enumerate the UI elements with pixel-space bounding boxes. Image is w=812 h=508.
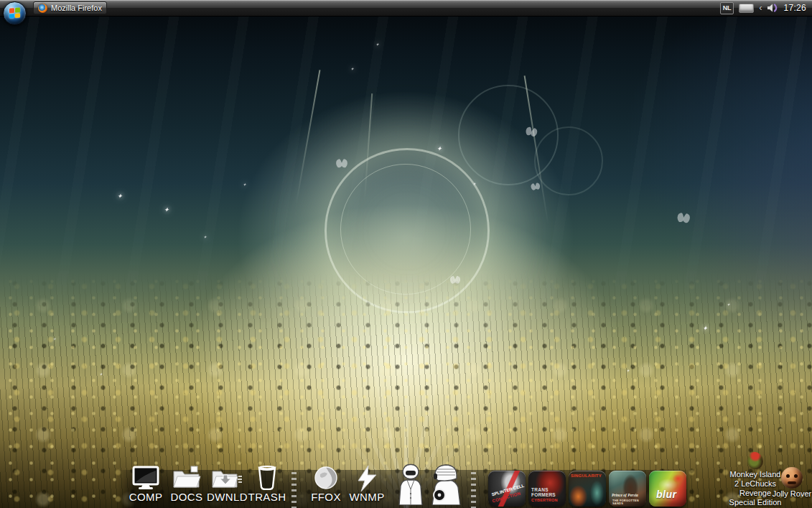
game-shortcut-transformers-cybertron[interactable]: TRANS FORMERS CYBERTRON [528,471,566,507]
butterfly-icon [531,183,541,191]
flag-blue-pane [9,14,14,19]
volume-icon[interactable] [767,3,778,13]
game-shortcut-blur[interactable]: blur [649,471,686,507]
dock-item-label: DWNLD [207,491,248,503]
taskbar-button-firefox[interactable]: Mozilla Firefox [33,1,107,14]
dock-item-label: FFOX [311,491,341,503]
dock-item-ffox[interactable]: FFOX [306,466,346,504]
windows-orb-icon [9,7,20,18]
winamp-lightning-icon [347,466,387,490]
taskbar-button-label: Mozilla Firefox [51,4,102,12]
cover-title: SINGULARITY [571,474,602,478]
cover-title: FORMERS [531,493,556,498]
desktop-icon-jolly-rover[interactable]: Jolly Rover [768,467,812,499]
daft-punk-front-figure[interactable] [393,463,428,508]
wallpaper [0,0,812,508]
dock-item-label: WNMP [349,491,384,503]
sparkle-star [243,182,246,187]
cover-title: blur [656,489,676,500]
game-shortcut-splinter-cell-conviction[interactable]: SPLINTER CELL CONVICTION [488,471,526,507]
firefox-globe-icon [306,466,346,490]
sparkle-star [350,66,354,71]
desktop-icon-label: Jolly Rover [768,489,812,499]
dock-item-label: TRASH [248,491,286,503]
game-shortcut-singularity[interactable]: SINGULARITY [569,471,606,507]
dock-item-wnmp[interactable]: WNMP [347,466,387,504]
start-button[interactable] [3,1,27,25]
flag-green-pane [15,7,20,12]
downloads-folder-icon [207,466,247,490]
volume-icon-glyph [767,3,778,13]
sparkle-star [437,145,442,152]
language-indicator[interactable]: NL [720,2,734,14]
game-shortcut-prince-of-persia[interactable]: Prince of Persia THE FORGOTTEN SANDS [609,471,646,507]
daft-punk-profile-figure[interactable] [428,463,465,508]
dock-item-dwnld[interactable]: DWNLD [207,466,247,504]
dock-item-comp[interactable]: COMP [126,466,166,504]
flag-red-pane [9,8,14,13]
butterfly-icon [676,213,690,225]
cover-subtitle: CYBERTRON [531,499,558,503]
dock-item-label: DOCS [171,491,203,503]
sparkle-star [203,234,207,239]
cover-title: Prince of Persia [612,494,638,498]
trash-can-icon [247,466,287,490]
butterfly-icon [336,160,347,169]
dock-item-trash[interactable]: TRASH [247,466,287,504]
flag-yellow-pane [15,13,20,18]
taskbar: Mozilla Firefox NL ‹ 17:26 [0,0,812,17]
dock-item-docs[interactable]: DOCS [167,466,207,504]
sparkle-star [164,206,169,213]
sparkle-star [375,42,379,47]
keyboard-icon[interactable] [739,4,754,13]
documents-folder-icon [167,466,207,490]
taskbar-clock[interactable]: 17:26 [783,3,806,13]
cover-subtitle: THE FORGOTTEN SANDS [612,499,646,505]
dock-separator [471,472,476,508]
sparkle-star [117,193,123,200]
dock-item-label: COMP [129,491,163,503]
monkey-island-game-icon [747,452,763,469]
firefox-icon [38,4,47,13]
sparkle-star [472,181,476,186]
desktop-icon-label-line: Special Edition [719,498,791,507]
faint-ring [534,126,603,195]
computer-monitor-icon [126,466,166,490]
chevron-left-icon[interactable]: ‹ [759,0,762,16]
system-tray: NL ‹ 17:26 [720,0,806,16]
dock-separator [291,472,297,508]
jolly-rover-game-icon [781,467,803,489]
